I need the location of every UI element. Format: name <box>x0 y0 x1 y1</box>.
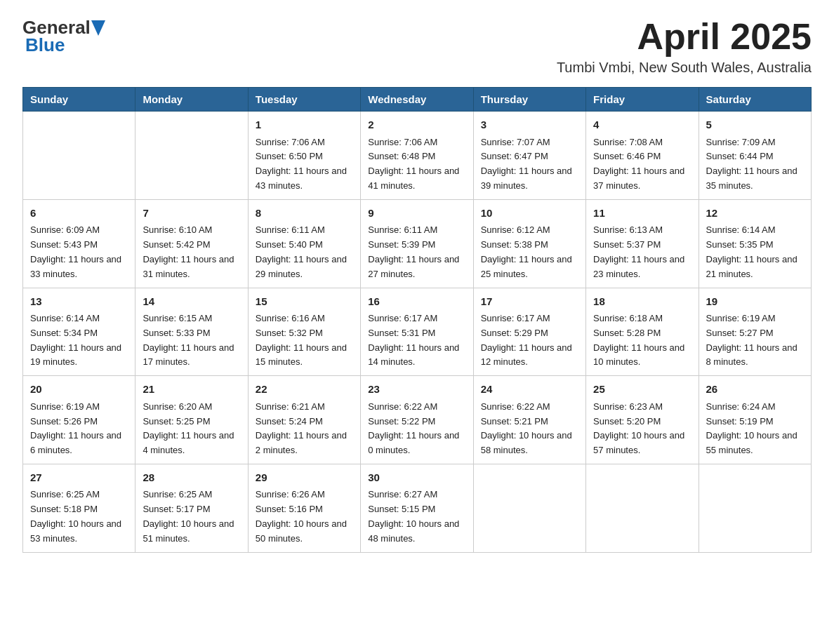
day-cell <box>473 464 585 552</box>
logo-blue-text: Blue <box>25 34 65 55</box>
week-row-4: 20Sunrise: 6:19 AMSunset: 5:26 PMDayligh… <box>23 376 812 464</box>
day-cell: 10Sunrise: 6:12 AMSunset: 5:38 PMDayligh… <box>473 199 585 288</box>
day-number: 10 <box>481 206 578 222</box>
day-cell: 9Sunrise: 6:11 AMSunset: 5:39 PMDaylight… <box>361 199 473 288</box>
weekday-header-saturday: Saturday <box>699 88 811 112</box>
day-info: Sunrise: 7:08 AMSunset: 6:46 PMDaylight:… <box>593 135 691 194</box>
weekday-header-sunday: Sunday <box>23 88 135 112</box>
day-cell: 13Sunrise: 6:14 AMSunset: 5:34 PMDayligh… <box>23 288 135 376</box>
day-number: 4 <box>593 117 691 133</box>
day-cell: 18Sunrise: 6:18 AMSunset: 5:28 PMDayligh… <box>586 288 699 376</box>
day-cell: 5Sunrise: 7:09 AMSunset: 6:44 PMDaylight… <box>699 112 811 200</box>
day-info: Sunrise: 6:14 AMSunset: 5:35 PMDaylight:… <box>706 223 804 281</box>
day-info: Sunrise: 6:15 AMSunset: 5:33 PMDaylight:… <box>143 311 240 370</box>
day-cell <box>586 464 699 552</box>
day-number: 29 <box>256 470 353 486</box>
day-info: Sunrise: 7:07 AMSunset: 6:47 PMDaylight:… <box>481 135 578 194</box>
day-number: 16 <box>368 294 465 310</box>
day-info: Sunrise: 6:17 AMSunset: 5:31 PMDaylight:… <box>368 311 465 370</box>
week-row-2: 6Sunrise: 6:09 AMSunset: 5:43 PMDaylight… <box>23 199 812 288</box>
day-number: 17 <box>481 294 578 310</box>
day-number: 14 <box>143 294 240 310</box>
day-number: 5 <box>706 117 804 133</box>
day-number: 24 <box>481 382 578 398</box>
day-info: Sunrise: 6:22 AMSunset: 5:22 PMDaylight:… <box>368 400 465 458</box>
logo: General Blue <box>22 17 106 56</box>
day-info: Sunrise: 6:09 AMSunset: 5:43 PMDaylight:… <box>30 223 128 281</box>
day-number: 23 <box>368 382 465 398</box>
day-cell <box>135 112 248 200</box>
day-info: Sunrise: 6:27 AMSunset: 5:15 PMDaylight:… <box>368 488 465 546</box>
day-number: 11 <box>593 206 691 222</box>
day-info: Sunrise: 6:20 AMSunset: 5:25 PMDaylight:… <box>143 400 240 458</box>
day-cell: 1Sunrise: 7:06 AMSunset: 6:50 PMDaylight… <box>248 112 360 200</box>
day-number: 7 <box>143 206 240 222</box>
day-number: 12 <box>706 206 804 222</box>
day-cell: 22Sunrise: 6:21 AMSunset: 5:24 PMDayligh… <box>248 376 360 464</box>
header: General Blue April 2025 Tumbi Vmbi, New … <box>22 17 812 76</box>
day-info: Sunrise: 6:11 AMSunset: 5:40 PMDaylight:… <box>256 223 353 281</box>
day-cell: 29Sunrise: 6:26 AMSunset: 5:16 PMDayligh… <box>248 464 360 552</box>
day-cell: 2Sunrise: 7:06 AMSunset: 6:48 PMDaylight… <box>361 112 473 200</box>
day-number: 27 <box>30 470 128 486</box>
day-info: Sunrise: 7:06 AMSunset: 6:50 PMDaylight:… <box>256 135 353 194</box>
day-number: 1 <box>256 117 353 133</box>
day-cell: 23Sunrise: 6:22 AMSunset: 5:22 PMDayligh… <box>361 376 473 464</box>
day-info: Sunrise: 6:16 AMSunset: 5:32 PMDaylight:… <box>256 311 353 370</box>
day-number: 20 <box>30 382 128 398</box>
weekday-header-wednesday: Wednesday <box>361 88 473 112</box>
day-cell: 20Sunrise: 6:19 AMSunset: 5:26 PMDayligh… <box>23 376 135 464</box>
day-number: 3 <box>481 117 578 133</box>
day-cell: 26Sunrise: 6:24 AMSunset: 5:19 PMDayligh… <box>699 376 811 464</box>
day-cell: 3Sunrise: 7:07 AMSunset: 6:47 PMDaylight… <box>473 112 585 200</box>
day-number: 13 <box>30 294 128 310</box>
logo-triangle-icon <box>91 20 105 36</box>
day-info: Sunrise: 6:21 AMSunset: 5:24 PMDaylight:… <box>256 400 353 458</box>
day-cell <box>699 464 811 552</box>
day-cell: 4Sunrise: 7:08 AMSunset: 6:46 PMDaylight… <box>586 112 699 200</box>
day-cell: 21Sunrise: 6:20 AMSunset: 5:25 PMDayligh… <box>135 376 248 464</box>
day-info: Sunrise: 6:17 AMSunset: 5:29 PMDaylight:… <box>481 311 578 370</box>
title-area: April 2025 Tumbi Vmbi, New South Wales, … <box>557 17 812 76</box>
day-number: 15 <box>256 294 353 310</box>
calendar-table: SundayMondayTuesdayWednesdayThursdayFrid… <box>22 87 812 552</box>
day-cell <box>23 112 135 200</box>
svg-marker-0 <box>91 20 105 36</box>
day-number: 28 <box>143 470 240 486</box>
day-info: Sunrise: 6:12 AMSunset: 5:38 PMDaylight:… <box>481 223 578 281</box>
weekday-header-thursday: Thursday <box>473 88 585 112</box>
week-row-5: 27Sunrise: 6:25 AMSunset: 5:18 PMDayligh… <box>23 464 812 552</box>
week-row-3: 13Sunrise: 6:14 AMSunset: 5:34 PMDayligh… <box>23 288 812 376</box>
weekday-header-tuesday: Tuesday <box>248 88 360 112</box>
day-info: Sunrise: 6:26 AMSunset: 5:16 PMDaylight:… <box>256 488 353 546</box>
day-number: 25 <box>593 382 691 398</box>
day-info: Sunrise: 6:25 AMSunset: 5:18 PMDaylight:… <box>30 488 128 546</box>
day-cell: 30Sunrise: 6:27 AMSunset: 5:15 PMDayligh… <box>361 464 473 552</box>
month-title: April 2025 <box>557 17 812 57</box>
day-cell: 27Sunrise: 6:25 AMSunset: 5:18 PMDayligh… <box>23 464 135 552</box>
day-number: 21 <box>143 382 240 398</box>
day-cell: 16Sunrise: 6:17 AMSunset: 5:31 PMDayligh… <box>361 288 473 376</box>
day-cell: 6Sunrise: 6:09 AMSunset: 5:43 PMDaylight… <box>23 199 135 288</box>
week-row-1: 1Sunrise: 7:06 AMSunset: 6:50 PMDaylight… <box>23 112 812 200</box>
day-info: Sunrise: 6:24 AMSunset: 5:19 PMDaylight:… <box>706 400 804 458</box>
location-title: Tumbi Vmbi, New South Wales, Australia <box>557 60 812 76</box>
day-cell: 24Sunrise: 6:22 AMSunset: 5:21 PMDayligh… <box>473 376 585 464</box>
day-cell: 11Sunrise: 6:13 AMSunset: 5:37 PMDayligh… <box>586 199 699 288</box>
day-info: Sunrise: 6:11 AMSunset: 5:39 PMDaylight:… <box>368 223 465 281</box>
day-number: 18 <box>593 294 691 310</box>
day-number: 19 <box>706 294 804 310</box>
day-info: Sunrise: 7:09 AMSunset: 6:44 PMDaylight:… <box>706 135 804 194</box>
day-cell: 7Sunrise: 6:10 AMSunset: 5:42 PMDaylight… <box>135 199 248 288</box>
day-cell: 28Sunrise: 6:25 AMSunset: 5:17 PMDayligh… <box>135 464 248 552</box>
day-info: Sunrise: 6:22 AMSunset: 5:21 PMDaylight:… <box>481 400 578 458</box>
day-number: 22 <box>256 382 353 398</box>
day-info: Sunrise: 6:13 AMSunset: 5:37 PMDaylight:… <box>593 223 691 281</box>
day-cell: 15Sunrise: 6:16 AMSunset: 5:32 PMDayligh… <box>248 288 360 376</box>
day-cell: 8Sunrise: 6:11 AMSunset: 5:40 PMDaylight… <box>248 199 360 288</box>
day-info: Sunrise: 6:25 AMSunset: 5:17 PMDaylight:… <box>143 488 240 546</box>
day-number: 6 <box>30 206 128 222</box>
day-info: Sunrise: 6:19 AMSunset: 5:27 PMDaylight:… <box>706 311 804 370</box>
day-number: 8 <box>256 206 353 222</box>
day-info: Sunrise: 7:06 AMSunset: 6:48 PMDaylight:… <box>368 135 465 194</box>
